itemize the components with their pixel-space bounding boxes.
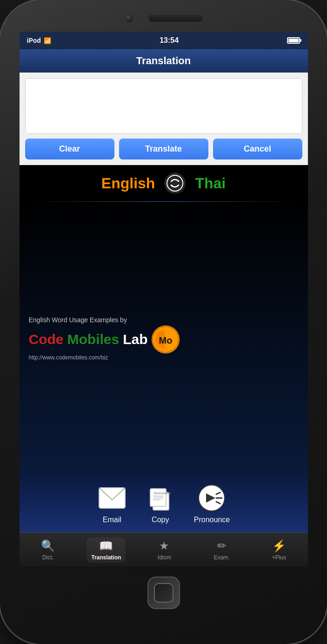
tab-idiom[interactable]: ★ Idiom — [146, 538, 183, 563]
target-language[interactable]: Thai — [195, 175, 226, 192]
cancel-button[interactable]: Cancel — [213, 139, 302, 159]
brand-code: Code — [29, 332, 64, 347]
copy-icon-wrap: Document — [146, 483, 175, 513]
camera — [124, 13, 134, 23]
tab-translation[interactable]: 📖 Translation — [87, 538, 126, 563]
svg-text:Document: Document — [154, 491, 171, 495]
pronounce-icon — [198, 484, 226, 512]
home-button[interactable] — [147, 577, 180, 609]
input-area: Clear Translate Cancel — [20, 73, 308, 165]
svg-point-0 — [167, 175, 183, 191]
phone-frame: iPod 📶 13:54 Translation Clear Translate… — [0, 0, 327, 644]
brand-mobiles: Mobiles — [67, 332, 120, 347]
pronounce-button[interactable]: Pronounce — [194, 483, 230, 524]
idiom-label: Idiom — [158, 554, 171, 561]
translation-icon: 📖 — [99, 539, 113, 552]
action-row: Email Document Copy — [20, 475, 308, 532]
status-time: 13:54 — [160, 36, 179, 45]
email-icon-wrap — [97, 483, 127, 513]
plus-icon: ⚡ — [272, 539, 286, 552]
pronounce-label: Pronounce — [194, 516, 230, 524]
nav-title: Translation — [20, 55, 308, 67]
phone-top — [0, 0, 327, 23]
email-label: Email — [103, 516, 121, 524]
button-row: Clear Translate Cancel — [25, 139, 302, 159]
nav-bar: Translation — [20, 49, 308, 73]
home-button-inner — [154, 583, 174, 603]
translate-button[interactable]: Translate — [119, 139, 208, 159]
brand-row: Code Mobiles Lab Mo — [29, 325, 299, 353]
tab-exam[interactable]: ✏ Exam. — [203, 538, 240, 563]
screen: iPod 📶 13:54 Translation Clear Translate… — [20, 32, 308, 566]
dict-label: Dict. — [42, 554, 53, 561]
carrier-label: iPod — [27, 37, 41, 44]
banner-description: English Word Usage Examples by — [29, 316, 299, 324]
brand-url: http://www.codemobiles.com/biz — [29, 354, 299, 361]
svg-marker-2 — [170, 185, 172, 187]
speaker — [148, 14, 204, 22]
tab-bar: 🔍 Dict. 📖 Translation ★ Idiom ✏ Exam. ⚡ … — [20, 532, 308, 566]
status-left: iPod 📶 — [27, 37, 51, 44]
email-button[interactable]: Email — [97, 483, 127, 524]
idiom-icon: ★ — [159, 539, 169, 552]
brand-logo: Mo — [152, 325, 180, 353]
brand-lab: Lab — [123, 332, 147, 347]
exam-label: Exam. — [214, 554, 230, 561]
source-language[interactable]: English — [101, 175, 155, 192]
tab-plus[interactable]: ⚡ +Plus — [260, 538, 298, 563]
exam-icon: ✏ — [217, 539, 227, 552]
copy-label: Copy — [152, 516, 169, 524]
pronounce-icon-wrap — [197, 483, 227, 513]
svg-marker-1 — [178, 179, 180, 181]
copy-icon: Document — [147, 484, 174, 512]
home-button-area — [147, 566, 180, 622]
wifi-icon: 📶 — [44, 37, 51, 44]
plus-label: +Plus — [272, 554, 286, 561]
battery-icon — [287, 37, 300, 44]
dict-icon: 🔍 — [41, 539, 55, 552]
svg-text:Mo: Mo — [159, 335, 172, 345]
clear-button[interactable]: Clear — [25, 139, 114, 159]
copy-button[interactable]: Document Copy — [146, 483, 175, 524]
language-row: English Thai — [20, 165, 308, 201]
banner-area: English Word Usage Examples by Code Mobi… — [20, 202, 308, 475]
translation-label: Translation — [91, 554, 121, 561]
swap-language-icon[interactable] — [164, 173, 186, 194]
status-bar: iPod 📶 13:54 — [20, 32, 308, 49]
email-icon — [98, 487, 126, 509]
tab-dict[interactable]: 🔍 Dict. — [29, 538, 67, 563]
text-input-box[interactable] — [25, 78, 302, 134]
